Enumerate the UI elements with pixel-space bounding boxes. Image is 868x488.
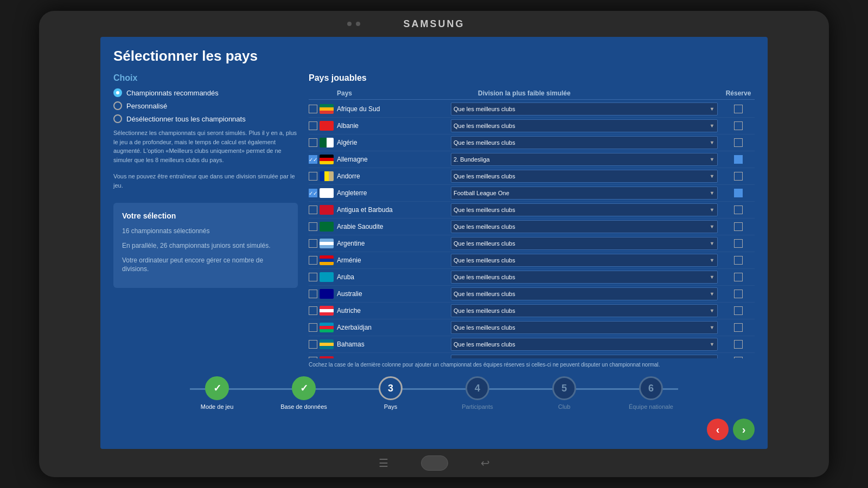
row-checkbox-8[interactable] xyxy=(309,239,317,248)
row-checkbox-4[interactable] xyxy=(309,172,317,181)
reserve-checkbox-1[interactable] xyxy=(734,121,743,130)
flag-sa xyxy=(320,222,334,232)
division-select-10[interactable]: Que les meilleurs clubs2. BundesligaFoot… xyxy=(451,271,718,284)
radio-deselect[interactable]: Désélectionner tous les championnats xyxy=(113,114,298,123)
step-label-4: Participants xyxy=(462,403,493,410)
reserve-checkbox-2[interactable] xyxy=(734,138,743,147)
table-row: BahreinQue les meilleurs clubs2. Bundesl… xyxy=(309,353,755,358)
division-select-4[interactable]: Que les meilleurs clubs2. BundesligaFoot… xyxy=(451,170,718,183)
reserve-checkbox-10[interactable] xyxy=(734,273,743,281)
division-select-11[interactable]: Que les meilleurs clubs2. BundesligaFoot… xyxy=(451,287,718,300)
radio-circle-custom xyxy=(113,101,122,110)
division-select-1[interactable]: Que les meilleurs clubs2. BundesligaFoot… xyxy=(451,119,718,132)
row-checkbox-10[interactable] xyxy=(309,273,317,281)
reserve-cell-10 xyxy=(722,273,755,281)
country-name-2: Algérie xyxy=(337,139,451,146)
division-select-wrapper-10: Que les meilleurs clubs2. BundesligaFoot… xyxy=(451,271,718,284)
division-select-12[interactable]: Que les meilleurs clubs2. BundesligaFoot… xyxy=(451,304,718,317)
reserve-checkbox-11[interactable] xyxy=(734,290,743,298)
division-select-wrapper-0: Que les meilleurs clubs2. BundesligaFoot… xyxy=(451,102,718,115)
division-select-13[interactable]: Que les meilleurs clubs2. BundesligaFoot… xyxy=(451,321,718,334)
selection-box: Votre sélection 16 championnats sélectio… xyxy=(113,203,298,288)
reserve-cell-2 xyxy=(722,138,755,147)
division-select-5[interactable]: Que les meilleurs clubs2. BundesligaFoot… xyxy=(451,187,718,200)
radio-custom[interactable]: Personnalisé xyxy=(113,101,298,110)
step-circle-2[interactable]: ✓ xyxy=(292,376,316,400)
step-circle-4: 4 xyxy=(465,376,489,400)
table-row: Afrique du SudQue les meilleurs clubs2. … xyxy=(309,101,755,118)
flag-ag xyxy=(320,205,334,215)
division-select-wrapper-14: Que les meilleurs clubs2. BundesligaFoot… xyxy=(451,338,718,351)
flag-ad xyxy=(320,171,334,181)
reserve-checkbox-3[interactable] xyxy=(734,155,743,164)
division-select-8[interactable]: Que les meilleurs clubs2. BundesligaFoot… xyxy=(451,237,718,250)
radio-recommended[interactable]: Championnats recommandés xyxy=(113,88,298,97)
division-select-wrapper-13: Que les meilleurs clubs2. BundesligaFoot… xyxy=(451,321,718,334)
next-button[interactable]: › xyxy=(733,419,755,440)
reserve-cell-4 xyxy=(722,172,755,181)
division-select-wrapper-11: Que les meilleurs clubs2. BundesligaFoot… xyxy=(451,287,718,300)
row-checkbox-6[interactable] xyxy=(309,206,317,214)
left-panel: Choix Championnats recommandés Personnal… xyxy=(113,73,298,368)
division-select-wrapper-4: Que les meilleurs clubs2. BundesligaFoot… xyxy=(451,170,718,183)
th-reserve: Réserve xyxy=(722,89,755,97)
division-select-15[interactable]: Que les meilleurs clubs2. BundesligaFoot… xyxy=(451,355,718,358)
reserve-checkbox-14[interactable] xyxy=(734,340,743,349)
division-select-2[interactable]: Que les meilleurs clubs2. BundesligaFoot… xyxy=(451,136,718,149)
step-circle-1[interactable]: ✓ xyxy=(205,376,229,400)
row-checkbox-3[interactable]: ✓ xyxy=(309,155,317,164)
row-checkbox-11[interactable] xyxy=(309,290,317,298)
reserve-cell-14 xyxy=(722,340,755,349)
division-select-14[interactable]: Que les meilleurs clubs2. BundesligaFoot… xyxy=(451,338,718,351)
flag-gb-eng xyxy=(320,188,334,198)
reserve-cell-12 xyxy=(722,306,755,315)
division-select-9[interactable]: Que les meilleurs clubs2. BundesligaFoot… xyxy=(451,254,718,267)
radio-label-deselect: Désélectionner tous les championnats xyxy=(126,115,246,123)
division-select-0[interactable]: Que les meilleurs clubs2. BundesligaFoot… xyxy=(451,102,718,115)
table-row: Antigua et BarbudaQue les meilleurs club… xyxy=(309,202,755,219)
reserve-checkbox-13[interactable] xyxy=(734,323,743,332)
tablet-frame: SAMSUNG Sélectionner les pays Choix Cham… xyxy=(39,11,829,477)
flag-dz xyxy=(320,138,334,147)
radio-circle-recommended xyxy=(113,88,122,97)
table-scroll[interactable]: Afrique du SudQue les meilleurs clubs2. … xyxy=(309,101,755,358)
flag-ar xyxy=(320,239,334,248)
row-checkbox-13[interactable] xyxy=(309,323,317,332)
reserve-checkbox-9[interactable] xyxy=(734,256,743,265)
prev-button[interactable]: ‹ xyxy=(707,419,729,440)
reserve-checkbox-0[interactable] xyxy=(734,105,743,113)
country-name-3: Allemagne xyxy=(337,156,451,163)
reserve-checkbox-12[interactable] xyxy=(734,306,743,315)
reserve-checkbox-8[interactable] xyxy=(734,239,743,248)
division-select-6[interactable]: Que les meilleurs clubs2. BundesligaFoot… xyxy=(451,203,718,216)
flag-at xyxy=(320,306,334,316)
row-checkbox-1[interactable] xyxy=(309,121,317,130)
reserve-cell-15 xyxy=(722,357,755,358)
reserve-checkbox-6[interactable] xyxy=(734,206,743,214)
flag-al xyxy=(320,121,334,131)
row-checkbox-14[interactable] xyxy=(309,340,317,349)
selection-item-1: 16 championnats sélectionnés xyxy=(122,227,289,236)
home-button[interactable] xyxy=(421,455,448,471)
division-select-7[interactable]: Que les meilleurs clubs2. BundesligaFoot… xyxy=(451,220,718,233)
reserve-checkbox-7[interactable] xyxy=(734,222,743,231)
tablet-dots xyxy=(347,22,360,26)
row-checkbox-0[interactable] xyxy=(309,105,317,113)
reserve-cell-1 xyxy=(722,121,755,130)
row-checkbox-15[interactable] xyxy=(309,357,317,358)
row-checkbox-5[interactable]: ✓ xyxy=(309,189,317,197)
tablet-screen: Sélectionner les pays Choix Championnats… xyxy=(100,37,768,449)
row-checkbox-12[interactable] xyxy=(309,306,317,315)
row-checkbox-7[interactable] xyxy=(309,222,317,231)
country-name-12: Autriche xyxy=(337,307,451,314)
country-name-8: Argentine xyxy=(337,240,451,247)
division-select-3[interactable]: Que les meilleurs clubs2. BundesligaFoot… xyxy=(451,153,718,166)
step-circle-3[interactable]: 3 xyxy=(379,376,403,400)
step-label-1: Mode de jeu xyxy=(201,403,234,410)
row-checkbox-2[interactable] xyxy=(309,138,317,147)
row-checkbox-9[interactable] xyxy=(309,256,317,265)
tablet-dot-2 xyxy=(356,22,360,26)
reserve-checkbox-4[interactable] xyxy=(734,172,743,181)
reserve-checkbox-5[interactable] xyxy=(734,189,743,197)
reserve-checkbox-15[interactable] xyxy=(734,357,743,358)
